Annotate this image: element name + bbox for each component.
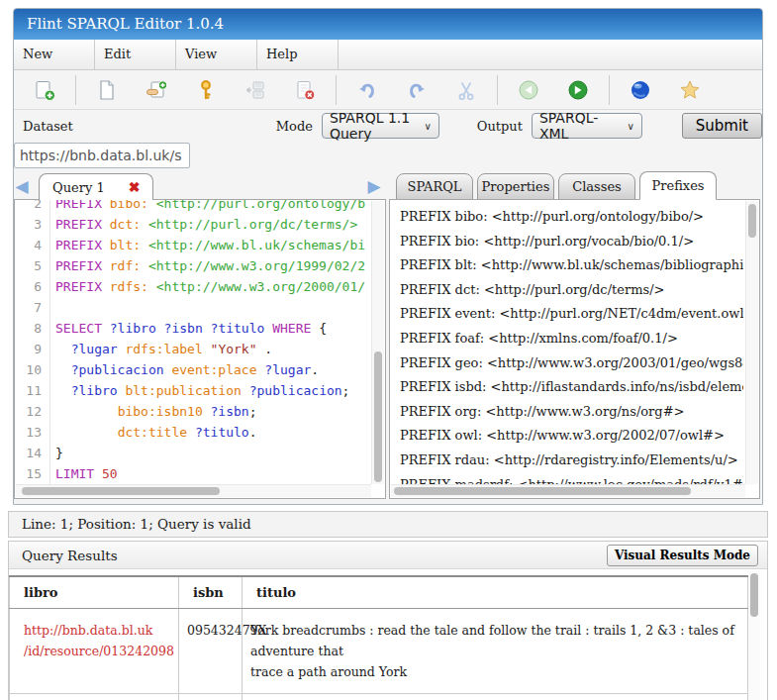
- menu-new[interactable]: New: [14, 40, 95, 69]
- token: [242, 383, 249, 398]
- token: [102, 199, 110, 211]
- code-line[interactable]: 2PREFIX bibo: <http://purl.org/ontology/…: [15, 199, 371, 214]
- code-text: SELECT ?libro ?isbn ?titulo WHERE {: [49, 318, 327, 339]
- results-vertical-scrollbar[interactable]: [748, 571, 760, 700]
- sparql-code-editor[interactable]: 2PREFIX bibo: <http://purl.org/ontology/…: [14, 199, 386, 499]
- submit-button[interactable]: Submit: [682, 113, 762, 139]
- column-header-titulo: titulo: [243, 576, 748, 609]
- token: [141, 238, 148, 252]
- back-icon[interactable]: [517, 78, 540, 102]
- scrollbar-thumb[interactable]: [750, 573, 758, 617]
- prefix-list: PREFIX bibo: <http://purl.org/ontology/b…: [400, 205, 743, 485]
- token: blt:: [110, 238, 141, 252]
- redo-icon[interactable]: [405, 78, 429, 102]
- code-line[interactable]: 5PREFIX rdf: <http://www.w3.org/1999/02/…: [15, 255, 371, 276]
- cell-libro: http://bnb.data.bl.uk/id/resource/013242…: [10, 609, 179, 694]
- code-line[interactable]: 12 bibo:isbn10 ?isbn;: [15, 401, 371, 422]
- token: PREFIX: [55, 279, 102, 294]
- tab-classes[interactable]: Classes: [558, 173, 635, 200]
- open-query-icon[interactable]: [145, 78, 168, 102]
- tab-properties[interactable]: Properties: [477, 173, 554, 200]
- new-document-icon[interactable]: [95, 78, 119, 102]
- flint-sparql-editor: Flint SPARQL Editor 1.0.4 NewEditViewHel…: [8, 8, 768, 700]
- menu-view[interactable]: View: [176, 40, 257, 69]
- scrollbar-thumb[interactable]: [394, 487, 691, 495]
- token: ;: [249, 404, 257, 419]
- prefix-entry: PREFIX blt: <http://www.bl.uk/schemas/bi…: [400, 253, 743, 278]
- prev-tab-arrow-icon[interactable]: ◀: [14, 173, 30, 199]
- undo-icon[interactable]: [355, 78, 379, 102]
- token: [55, 425, 118, 440]
- toolbar-group: [610, 75, 721, 105]
- tab-prefixes[interactable]: Prefixes: [639, 171, 717, 200]
- code-area[interactable]: 2PREFIX bibo: <http://purl.org/ontology/…: [15, 199, 371, 485]
- scrollbar-thumb[interactable]: [748, 204, 756, 238]
- code-line[interactable]: 4PREFIX blt: <http://www.bl.uk/schemas/b…: [15, 235, 371, 255]
- code-line[interactable]: 15LIMIT 50: [15, 463, 371, 484]
- close-tab-icon[interactable]: ✖: [129, 179, 141, 195]
- scrollbar-thumb[interactable]: [22, 487, 220, 495]
- chevron-down-icon: ∨: [424, 121, 431, 132]
- token: <http://www.bl.uk/schemas/bi: [148, 238, 365, 252]
- editor-panes: ◀ Query 1 ✖ ▶ 2PREFIX bibo: <http://purl…: [14, 171, 762, 504]
- prefix-entry: PREFIX geo: <http://www.w3.org/2003/01/g…: [400, 351, 743, 376]
- token: event:place: [171, 362, 256, 377]
- editor-horizontal-scrollbar[interactable]: [16, 484, 371, 497]
- line-number: 13: [15, 422, 49, 443]
- token: [102, 238, 110, 252]
- token: [102, 217, 110, 232]
- query-results-section: Query Results Visual Results Mode libroi…: [8, 541, 768, 700]
- visual-results-mode-button[interactable]: Visual Results Mode: [607, 545, 758, 566]
- code-line[interactable]: 3PREFIX dct: <http://purl.org/dc/terms/>: [15, 214, 371, 235]
- gutter-divider: [49, 200, 50, 485]
- code-line[interactable]: 10 ?publicacion event:place ?lugar.: [15, 359, 371, 380]
- star-icon[interactable]: [678, 78, 702, 102]
- token: PREFIX: [55, 217, 102, 232]
- endpoint-key-icon[interactable]: [194, 78, 218, 102]
- cell-titulo: Contemporary Chinese vegetarian cuisine: [243, 694, 748, 700]
- delete-query-icon[interactable]: [293, 78, 317, 102]
- forward-icon[interactable]: [566, 78, 590, 102]
- token: 50: [102, 466, 118, 481]
- prefixes-vertical-scrollbar[interactable]: [745, 201, 758, 484]
- scrollbar-thumb[interactable]: [374, 351, 382, 482]
- tab-sparql[interactable]: SPARQL: [396, 173, 473, 200]
- code-line[interactable]: 6PREFIX rdfs: <http://www.w3.org/2000/01…: [15, 276, 371, 297]
- token: <http://www.w3.org/2000/01/: [156, 279, 365, 294]
- token: ?libro: [110, 321, 156, 336]
- prefixes-horizontal-scrollbar[interactable]: [391, 484, 745, 497]
- output-select[interactable]: SPARQL-XML ∨: [532, 113, 642, 139]
- token: }: [55, 446, 63, 460]
- token: [94, 466, 102, 481]
- token: LIMIT: [55, 466, 94, 481]
- code-line[interactable]: 11 ?libro blt:publication ?publicacion;: [15, 380, 371, 401]
- prefix-entry: PREFIX foaf: <http://xmlns.com/foaf/0.1/…: [400, 327, 743, 351]
- code-line[interactable]: 9 ?lugar rdfs:label "York" .: [15, 339, 371, 359]
- menu-help[interactable]: Help: [257, 40, 339, 69]
- cut-icon[interactable]: [454, 78, 478, 102]
- tab-query-1[interactable]: Query 1 ✖: [39, 173, 153, 200]
- result-link[interactable]: /id/resource/013242098: [24, 641, 170, 661]
- code-line[interactable]: 8SELECT ?libro ?isbn ?titulo WHERE {: [15, 318, 371, 339]
- results-table: libroisbntitulo http://bnb.data.bl.uk/id…: [9, 575, 748, 700]
- code-line[interactable]: 14}: [15, 443, 371, 463]
- mode-select[interactable]: SPARQL 1.1 Query ∨: [322, 113, 439, 139]
- cell-isbn: 095432479X: [179, 609, 243, 694]
- code-line[interactable]: 13 dct:title ?titulo.: [15, 422, 371, 443]
- menu-edit[interactable]: Edit: [95, 40, 176, 69]
- new-query-icon[interactable]: [33, 78, 56, 102]
- result-link[interactable]: http://bnb.data.bl.uk: [24, 620, 170, 641]
- endpoint-url-input[interactable]: [14, 143, 190, 168]
- editor-vertical-scrollbar[interactable]: [371, 201, 384, 484]
- results-body: libroisbntitulo http://bnb.data.bl.uk/id…: [9, 569, 767, 700]
- code-line[interactable]: 7: [15, 297, 371, 318]
- datasets-disabled-icon[interactable]: [243, 78, 267, 102]
- token: PREFIX: [55, 258, 102, 273]
- next-tab-arrow-icon[interactable]: ▶: [366, 173, 382, 199]
- globe-icon[interactable]: [629, 78, 652, 102]
- code-text: dct:title ?titulo.: [49, 422, 257, 443]
- token: [55, 383, 71, 398]
- code-text: ?lugar rdfs:label "York" .: [49, 339, 272, 359]
- token: [264, 321, 272, 336]
- chevron-down-icon: ∨: [627, 121, 633, 132]
